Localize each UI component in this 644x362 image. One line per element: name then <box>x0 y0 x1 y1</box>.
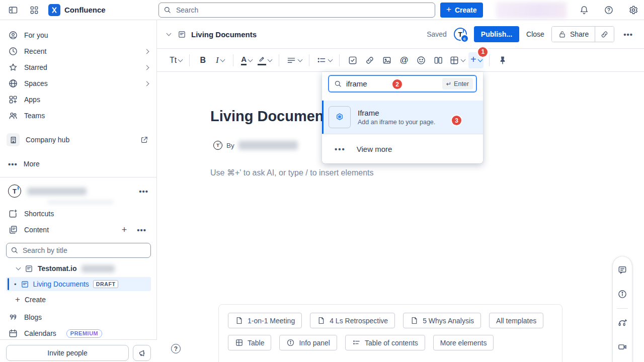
redacted-author-name <box>238 141 298 150</box>
emoji-button[interactable] <box>414 52 429 68</box>
enter-icon: ↵ <box>446 80 451 87</box>
sidebar-item-more[interactable]: ••• More <box>0 156 156 172</box>
editor-page-title[interactable]: Living Documents <box>210 108 337 125</box>
app-switcher-icon[interactable] <box>27 3 41 17</box>
content-more-icon[interactable]: ••• <box>135 224 148 236</box>
menu-item-view-more[interactable]: ••• View more <box>322 134 483 163</box>
apps-icon <box>8 95 18 105</box>
settings-gear-icon[interactable] <box>626 3 640 17</box>
menu-item-iframe[interactable]: Iframe Add an iframe to your page. 3 <box>322 101 483 134</box>
notifications-bell-icon[interactable] <box>577 3 591 17</box>
task-list-button[interactable] <box>345 52 360 68</box>
editor-help-button[interactable]: ? <box>171 344 181 353</box>
confluence-brand[interactable]: Confluence <box>48 4 106 16</box>
headset-plus-icon <box>617 318 627 328</box>
collaborator-avatar[interactable]: T c <box>454 28 467 41</box>
image-icon <box>382 55 392 65</box>
megaphone-icon-button[interactable] <box>133 345 151 361</box>
global-search-input[interactable] <box>158 3 435 18</box>
insert-image-button[interactable] <box>379 52 394 68</box>
redacted-user-chip <box>496 2 567 19</box>
redacted-subtext <box>48 201 113 204</box>
invite-people-button[interactable]: Invite people <box>6 345 129 361</box>
chevron-right-icon <box>144 49 149 54</box>
share-button-group: Share <box>551 26 614 42</box>
insert-link-button[interactable] <box>362 52 377 68</box>
insert-info-panel-button[interactable]: Info panel <box>279 335 337 350</box>
search-by-title-input[interactable] <box>6 243 151 258</box>
details-info-icon-button[interactable] <box>615 287 629 301</box>
sidebar-item-for-you[interactable]: For you <box>0 27 156 43</box>
star-icon <box>8 62 18 72</box>
publish-button[interactable]: Publish... <box>474 26 519 42</box>
insert-toc-button[interactable]: Table of contents <box>345 335 425 350</box>
copy-link-icon-button[interactable] <box>595 27 614 42</box>
iframe-icon <box>335 112 345 122</box>
step-badge-3: 3 <box>452 116 461 125</box>
table-dropdown[interactable] <box>448 52 466 68</box>
close-button[interactable]: Close <box>526 30 544 38</box>
sidebar-item-spaces[interactable]: Spaces <box>0 75 156 92</box>
more-actions-icon[interactable]: ••• <box>621 28 635 41</box>
plus-icon: + <box>15 295 20 305</box>
pin-icon <box>498 55 508 65</box>
comments-icon-button[interactable] <box>615 263 629 277</box>
help-icon[interactable] <box>602 3 616 17</box>
confluence-logo-icon <box>48 4 60 16</box>
tree-item-space-root[interactable]: Testomat.io <box>0 261 156 276</box>
video-icon-button[interactable] <box>615 340 629 354</box>
document-icon <box>410 316 419 325</box>
page-icon <box>25 264 33 273</box>
breadcrumb-collapse-icon[interactable] <box>165 31 173 37</box>
plus-icon: + <box>470 54 476 65</box>
bold-button[interactable]: B <box>195 52 210 68</box>
editor-placeholder[interactable]: Use ⌘+' to ask AI, or type / to insert e… <box>210 168 374 177</box>
sidebar-item-teams[interactable]: Teams <box>0 108 156 124</box>
clock-icon <box>8 46 18 56</box>
sidebar-item-apps[interactable]: Apps <box>0 92 156 108</box>
space-more-actions-icon[interactable]: ••• <box>137 185 150 198</box>
page-title-breadcrumb[interactable]: Living Documents <box>191 30 257 39</box>
all-templates-button[interactable]: All templates <box>489 313 543 328</box>
enter-hint: ↵ Enter <box>442 78 473 89</box>
megaphone-icon <box>138 349 146 357</box>
highlight-color-dropdown[interactable] <box>256 52 273 68</box>
sidebar-item-blogs[interactable]: Blogs <box>0 309 156 325</box>
italic-dropdown[interactable]: I <box>212 52 227 68</box>
insert-elements-dropdown[interactable]: + 1 <box>468 52 484 68</box>
insert-table-button[interactable]: Table <box>228 335 271 350</box>
more-elements-button[interactable]: More elements <box>433 335 494 350</box>
sidebar-item-content[interactable]: Content + ••• <box>0 222 156 238</box>
space-avatar[interactable]: T <box>8 185 21 198</box>
support-headset-icon-button[interactable] <box>615 316 629 330</box>
share-button[interactable]: Share <box>552 27 595 42</box>
insert-search-box[interactable]: ↵ Enter 2 <box>328 75 477 93</box>
mention-button[interactable]: @ <box>396 52 412 68</box>
plus-icon: + <box>446 5 451 15</box>
lists-dropdown[interactable] <box>315 52 334 68</box>
tree-create-button[interactable]: + Create <box>0 292 156 307</box>
building-icon <box>7 133 20 146</box>
template-1on1-meeting[interactable]: 1-on-1 Meeting <box>228 313 302 328</box>
sidebar-item-starred[interactable]: Starred <box>0 59 156 75</box>
layouts-button[interactable] <box>431 52 446 68</box>
template-4ls-retrospective[interactable]: 4 Ls Retrospective <box>310 313 395 328</box>
collapse-sidebar-button[interactable] <box>6 3 20 17</box>
create-button[interactable]: + Create <box>440 3 483 18</box>
sidebar-item-recent[interactable]: Recent <box>0 43 156 59</box>
sidebar-item-company-hub[interactable]: Company hub <box>0 132 156 148</box>
tree-item-living-documents-selected[interactable]: • Living Documents DRAFT <box>6 277 151 291</box>
template-5-whys-analysis[interactable]: 5 Whys Analysis <box>403 313 481 328</box>
sidebar-item-shortcuts[interactable]: Shortcuts <box>0 206 156 222</box>
text-color-dropdown[interactable]: A <box>239 52 254 68</box>
templates-panel: 1-on-1 Meeting 4 Ls Retrospective 5 Whys… <box>218 304 562 362</box>
at-icon: @ <box>400 55 409 65</box>
alignment-dropdown[interactable] <box>285 52 303 68</box>
text-style-dropdown[interactable]: Tt <box>168 52 184 68</box>
checkbox-icon <box>348 55 358 65</box>
search-icon <box>334 79 342 88</box>
pin-toolbar-button[interactable] <box>495 52 510 68</box>
bullet-icon: • <box>14 281 17 288</box>
shortcuts-icon <box>8 209 18 219</box>
add-content-icon[interactable]: + <box>120 223 129 237</box>
